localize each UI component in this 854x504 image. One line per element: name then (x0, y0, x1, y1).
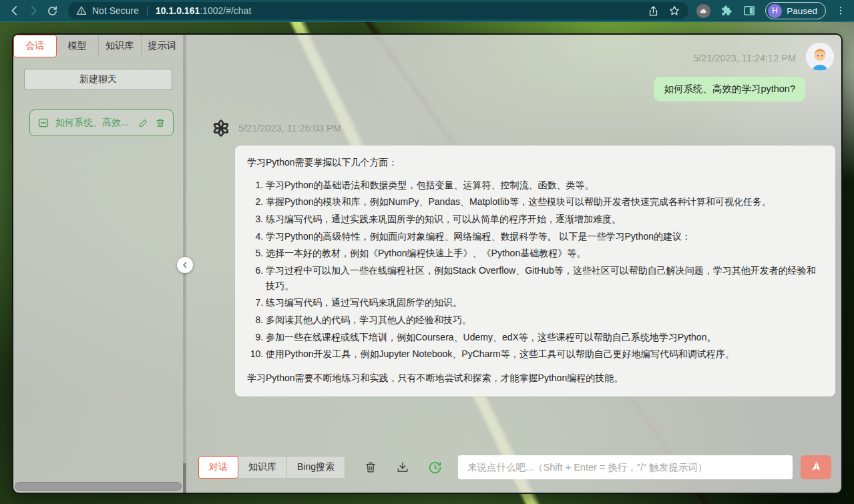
assistant-list: 学习Python的基础语法和数据类型，包括变量、运算符、控制流、函数、类等。掌握… (247, 178, 823, 362)
sidebar-tab-prompts[interactable]: 提示词 (142, 35, 184, 57)
chat-list-item[interactable]: 如何系统、高效... (29, 109, 174, 136)
edit-pencil-icon[interactable] (138, 117, 149, 128)
user-message-bubble: 如何系统、高效的学习python? (654, 77, 805, 101)
delete-trash-icon[interactable] (155, 117, 166, 128)
bookmark-star-icon[interactable] (668, 5, 680, 17)
user-message-timestamp: 5/21/2023, 11:24:12 PM (693, 53, 796, 63)
new-chat-button[interactable]: 新建聊天 (24, 69, 172, 90)
user-message-row: 如何系统、高效的学习python? (198, 77, 805, 101)
url-path: :1002/#/chat (200, 5, 251, 16)
assistant-message-timestamp: 5/21/2023, 11:26:03 PM (238, 123, 341, 134)
composer-tab-bing[interactable]: Bing搜索 (286, 456, 345, 479)
forward-button[interactable] (24, 1, 43, 20)
assistant-list-item: 学习Python的基础语法和数据类型，包括变量、运算符、控制流、函数、类等。 (266, 178, 823, 193)
assistant-avatar (210, 117, 232, 140)
forward-arrow-icon (27, 5, 39, 17)
back-arrow-icon (9, 5, 21, 17)
sidebar-tab-sessions[interactable]: 会话 (13, 35, 57, 57)
composer-tab-knowledge[interactable]: 知识库 (238, 456, 287, 479)
address-bar[interactable]: Not Secure 10.1.0.161:1002/#/chat (68, 2, 688, 19)
url-host: 10.1.0.161 (156, 5, 200, 16)
send-plane-icon (809, 461, 823, 474)
menu-kebab-icon[interactable] (835, 5, 846, 16)
assistant-message-bubble: 学习Python需要掌握以下几个方面： 学习Python的基础语法和数据类型，包… (235, 146, 835, 397)
sidebar: 会话 模型 知识库 提示词 新建聊天 如何系统、高效... (13, 35, 183, 493)
message-input[interactable] (458, 455, 793, 479)
sidebar-tab-bar: 会话 模型 知识库 提示词 (13, 35, 183, 57)
not-secure-warning-icon (76, 5, 87, 16)
openai-logo-icon (210, 117, 232, 140)
chevron-left-icon (181, 261, 189, 269)
refresh-icon (47, 5, 58, 17)
extensions-puzzle-icon[interactable] (720, 4, 733, 17)
browser-toolbar: Not Secure 10.1.0.161:1002/#/chat H Paus… (0, 0, 854, 22)
url-separator (147, 6, 148, 16)
assistant-list-item: 学习Python的高级特性，例如面向对象编程、网络编程、数据科学等。 以下是一些… (266, 229, 823, 244)
assistant-list-item: 练习编写代码，通过实践来巩固所学的知识，可以从简单的程序开始，逐渐增加难度。 (266, 212, 823, 227)
assistant-list-item: 参加一些在线课程或线下培训，例如Coursera、Udemy、edX等，这些课程… (266, 330, 823, 345)
message-list: 5/21/2023, 11:24:12 PM 如何系统、高效的学习python? (186, 35, 841, 446)
send-button[interactable] (801, 455, 831, 479)
assistant-list-item: 使用Python开发工具，例如Jupyter Notebook、PyCharm等… (266, 346, 823, 362)
assistant-list-item: 选择一本好的教材，例如《Python编程快速上手》、《Python基础教程》等。 (266, 246, 823, 261)
user-message-header: 5/21/2023, 11:24:12 PM (198, 43, 841, 71)
assistant-list-item: 学习过程中可以加入一些在线编程社区，例如Stack Overflow、GitHu… (266, 263, 823, 293)
history-clock-icon (428, 461, 442, 475)
extension-badge[interactable] (696, 4, 710, 18)
sidebar-horizontal-scrollbar[interactable] (15, 482, 182, 491)
share-icon[interactable] (648, 5, 659, 17)
user-avatar-image (806, 43, 834, 71)
sidebar-collapse-button[interactable] (177, 257, 193, 273)
cloud-icon (699, 7, 708, 15)
back-button[interactable] (5, 1, 24, 20)
url-text: 10.1.0.161:1002/#/chat (156, 5, 251, 16)
assistant-outro: 学习Python需要不断地练习和实践，只有不断地尝试和探索，才能掌握Python… (247, 370, 823, 386)
chat-history-button[interactable] (428, 461, 442, 475)
download-icon (396, 461, 409, 474)
chat-bubble-icon (37, 117, 49, 129)
sidebar-tab-models[interactable]: 模型 (57, 35, 99, 57)
composer-tab-dialog[interactable]: 对话 (198, 456, 238, 479)
trash-icon (364, 461, 377, 474)
user-avatar (806, 43, 834, 71)
chat-main-area: 5/21/2023, 11:24:12 PM 如何系统、高效的学习python? (186, 35, 841, 493)
chat-item-title: 如何系统、高效... (55, 117, 132, 129)
composer-bar: 对话 知识库 Bing搜索 (198, 455, 831, 479)
clear-chat-button[interactable] (364, 461, 377, 474)
assistant-intro: 学习Python需要掌握以下几个方面： (247, 155, 823, 170)
assistant-list-item: 练习编写代码，通过写代码来巩固所学的知识。 (266, 295, 823, 310)
export-chat-button[interactable] (396, 461, 409, 474)
profile-status-label: Paused (787, 6, 817, 16)
side-panel-icon[interactable] (742, 4, 756, 17)
assistant-list-item: 掌握Python的模块和库，例如NumPy、Pandas、Matplotlib等… (266, 194, 823, 210)
sidebar-tab-knowledge[interactable]: 知识库 (99, 35, 142, 57)
refresh-button[interactable] (43, 1, 61, 20)
chat-app-window: 会话 模型 知识库 提示词 新建聊天 如何系统、高效... 5/21/2023,… (12, 33, 843, 494)
assistant-list-item: 多阅读其他人的代码，学习其他人的经验和技巧。 (266, 312, 823, 328)
assistant-message-header: 5/21/2023, 11:26:03 PM (210, 117, 841, 140)
security-label: Not Secure (92, 5, 139, 16)
profile-avatar: H (768, 4, 782, 18)
profile-button[interactable]: H Paused (765, 2, 826, 19)
